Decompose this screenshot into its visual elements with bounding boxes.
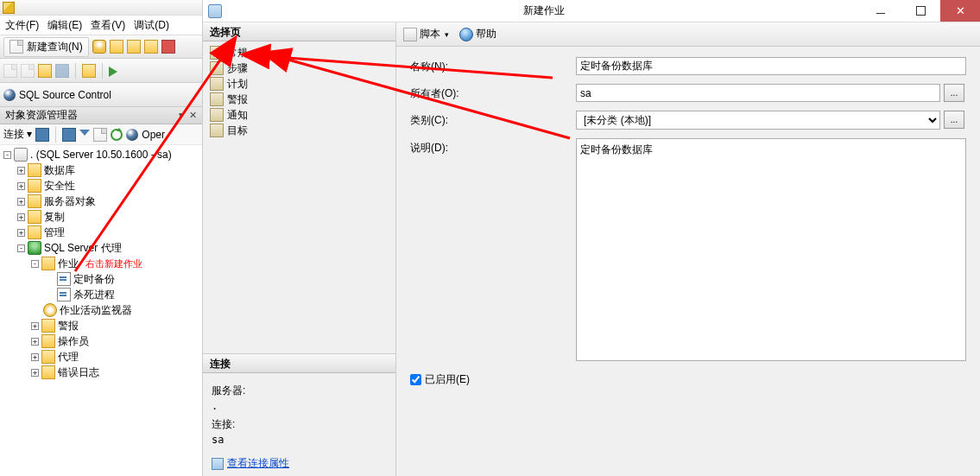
category-browse-button[interactable]: ... xyxy=(944,111,964,129)
help-button[interactable]: 帮助 xyxy=(459,27,496,41)
new-job-dialog: 新建作业 ✕ 选择页 常规 步骤 计划 警报 通知 目标 连接 xyxy=(203,0,980,476)
tree-security[interactable]: + 安全性 xyxy=(0,178,202,194)
expand-icon[interactable]: + xyxy=(17,167,25,175)
new-query-label: 新建查询(N) xyxy=(27,40,83,54)
collapse-icon[interactable]: - xyxy=(17,244,25,252)
close-button[interactable]: ✕ xyxy=(940,0,980,22)
collapse-icon[interactable]: - xyxy=(31,260,39,268)
filter-icon[interactable] xyxy=(79,130,90,140)
tree-databases[interactable]: + 数据库 xyxy=(0,162,202,178)
tree-server-node[interactable]: - . (SQL Server 10.50.1600 - sa) xyxy=(0,147,202,162)
name-label: 名称(N): xyxy=(410,57,576,74)
tree-operators[interactable]: + 操作员 xyxy=(0,333,202,349)
tool-icon xyxy=(185,88,199,102)
tree-sql-agent[interactable]: - SQL Server 代理 xyxy=(0,240,202,256)
menu-view[interactable]: 查看(V) xyxy=(91,18,125,33)
tree-server-objects[interactable]: + 服务器对象 xyxy=(0,194,202,209)
node-label: 数据库 xyxy=(44,163,75,178)
page-schedules[interactable]: 计划 xyxy=(206,76,392,92)
page-icon xyxy=(21,64,35,78)
folder-icon xyxy=(28,210,41,224)
object-explorer-tree[interactable]: - . (SQL Server 10.50.1600 - sa) + 数据库 +… xyxy=(0,145,202,476)
db-icon[interactable] xyxy=(92,40,106,54)
tree-replication[interactable]: + 复制 xyxy=(0,209,202,225)
open-label[interactable]: Oper xyxy=(142,129,165,141)
tree-management[interactable]: + 管理 xyxy=(0,225,202,240)
enabled-checkbox[interactable] xyxy=(410,374,421,385)
sql-source-label[interactable]: SQL Source Control xyxy=(19,89,111,101)
expand-icon[interactable]: + xyxy=(31,369,39,377)
owner-input[interactable] xyxy=(576,84,940,102)
script-icon xyxy=(403,28,417,41)
page-icon xyxy=(210,77,224,91)
folder-icon xyxy=(41,334,55,348)
page-icon[interactable] xyxy=(93,128,107,142)
toolbar-secondary xyxy=(0,59,202,83)
desc-textarea[interactable] xyxy=(576,138,966,361)
menu-debug[interactable]: 调试(D) xyxy=(134,18,169,33)
tool-icon[interactable] xyxy=(62,128,76,142)
refresh-icon[interactable] xyxy=(111,129,123,141)
node-label: 安全性 xyxy=(44,179,75,194)
expand-icon[interactable]: + xyxy=(31,338,39,346)
open-icon[interactable] xyxy=(38,64,52,78)
select-page-header: 选择页 xyxy=(203,22,395,41)
conn-value: sa xyxy=(212,434,387,446)
conn-label: 连接: xyxy=(212,417,387,432)
folder-icon-2[interactable] xyxy=(127,40,141,54)
help-label: 帮助 xyxy=(476,27,496,41)
tree-job-item[interactable]: 杀死进程 xyxy=(0,287,202,302)
page-targets[interactable]: 目标 xyxy=(206,123,392,138)
titlebar: 新建作业 ✕ xyxy=(203,0,980,22)
new-query-button[interactable]: 新建查询(N) xyxy=(3,37,89,57)
red-icon[interactable] xyxy=(161,40,175,54)
page-general[interactable]: 常规 xyxy=(206,45,392,60)
server-label: 服务器: xyxy=(212,384,387,398)
collapse-icon[interactable]: - xyxy=(3,151,11,159)
folder-icon xyxy=(28,225,41,239)
node-label: 作业活动监视器 xyxy=(60,303,132,318)
menu-file[interactable]: 文件(F) xyxy=(5,18,39,33)
name-input[interactable] xyxy=(576,57,966,75)
select-page-list: 常规 步骤 计划 警报 通知 目标 xyxy=(203,41,395,353)
tree-alerts[interactable]: + 警报 xyxy=(0,318,202,333)
category-select[interactable]: [未分类 (本地)] xyxy=(576,111,940,130)
sql-source-control-bar: SQL Source Control xyxy=(0,83,202,107)
expand-icon[interactable]: + xyxy=(17,229,25,237)
close-icon[interactable]: ✕ xyxy=(189,110,197,121)
page-steps[interactable]: 步骤 xyxy=(206,60,392,76)
dropdown-icon[interactable]: ▼ xyxy=(177,111,186,120)
expand-icon[interactable]: + xyxy=(17,182,25,190)
tree-jobs[interactable]: - 作业 右击新建作业 xyxy=(0,256,202,271)
sql-source-icon xyxy=(3,89,16,101)
folder-icon[interactable] xyxy=(110,40,123,54)
link-label: 查看连接属性 xyxy=(227,456,289,471)
expand-icon[interactable]: + xyxy=(17,198,25,206)
expand-icon[interactable]: + xyxy=(17,213,25,221)
page-alerts[interactable]: 警报 xyxy=(206,92,392,107)
connect-dropdown[interactable]: 连接 ▾ xyxy=(3,127,32,142)
connect-icon[interactable] xyxy=(35,128,49,142)
folder-icon[interactable] xyxy=(82,64,96,78)
connection-panel: 连接 服务器: . 连接: sa 查看连接属性 xyxy=(203,353,395,476)
tree-proxies[interactable]: + 代理 xyxy=(0,349,202,365)
maximize-button[interactable] xyxy=(901,0,940,22)
execute-icon[interactable] xyxy=(109,67,117,77)
folder-icon-3[interactable] xyxy=(144,40,158,54)
tree-activity-monitor[interactable]: 作业活动监视器 xyxy=(0,302,202,318)
page-notifications[interactable]: 通知 xyxy=(206,107,392,123)
agent-icon xyxy=(28,241,41,255)
tree-job-item[interactable]: 定时备份 xyxy=(0,271,202,287)
owner-browse-button[interactable]: ... xyxy=(944,84,964,102)
expand-icon[interactable]: + xyxy=(31,353,39,361)
script-dropdown[interactable]: 脚本 xyxy=(403,27,449,41)
menu-edit[interactable]: 编辑(E) xyxy=(47,18,82,33)
ssms-panel: 文件(F) 编辑(E) 查看(V) 调试(D) 新建查询(N) xyxy=(0,0,203,476)
view-connection-props-link[interactable]: 查看连接属性 xyxy=(212,456,387,471)
page-label: 通知 xyxy=(227,108,248,123)
tree-error-logs[interactable]: + 错误日志 xyxy=(0,365,202,380)
ball-icon[interactable] xyxy=(126,129,138,141)
minimize-button[interactable] xyxy=(861,0,901,22)
expand-icon[interactable]: + xyxy=(31,322,39,330)
folder-icon xyxy=(41,257,55,270)
